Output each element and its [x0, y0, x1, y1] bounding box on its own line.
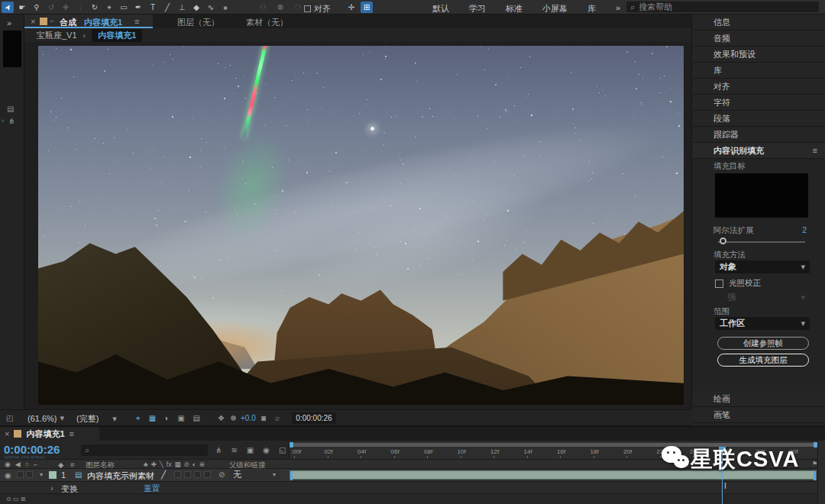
- resolution-dropdown[interactable]: (完整)▾: [76, 413, 117, 425]
- panel-header-段落[interactable]: 段落: [692, 111, 825, 127]
- alpha-expansion-value[interactable]: 2: [802, 225, 807, 234]
- selection-tool[interactable]: ➤: [2, 2, 14, 13]
- frame-blend-icon[interactable]: ▣: [247, 446, 254, 454]
- eye-icon[interactable]: ◉: [5, 471, 11, 480]
- region-of-interest-icon[interactable]: ▣: [177, 414, 184, 423]
- transform-label[interactable]: 变换: [61, 483, 78, 495]
- rotation-tool[interactable]: ↻: [89, 2, 101, 13]
- viewer-timecode[interactable]: 0:00:00:26: [292, 412, 336, 424]
- workspace-item-标准[interactable]: 标准: [506, 3, 522, 15]
- timeline-tab[interactable]: × 内容填充1 ≡: [0, 427, 99, 441]
- lighting-checkbox[interactable]: [715, 279, 723, 288]
- lock-icon[interactable]: ⌐: [34, 460, 37, 468]
- expand-chevron-icon[interactable]: ▾: [40, 471, 43, 478]
- range-dropdown[interactable]: 工作区 ▾: [715, 317, 810, 330]
- close-icon[interactable]: ×: [5, 429, 9, 438]
- expand-panel-button[interactable]: »: [7, 18, 11, 27]
- panel-content-aware-fill[interactable]: 内容识别填充: [692, 143, 825, 159]
- panel-header-库[interactable]: 库: [692, 63, 825, 79]
- index-column[interactable]: #: [70, 460, 74, 469]
- layer-name[interactable]: 内容填充示例素材: [87, 470, 154, 482]
- out-point-handle[interactable]: [814, 471, 816, 480]
- comp-viewer[interactable]: [24, 42, 691, 409]
- parent-pickwhip-icon[interactable]: ⊘: [218, 470, 225, 479]
- workspace-item-默认[interactable]: 默认: [432, 3, 449, 15]
- breadcrumb-parent[interactable]: 宝瓶座_V1: [37, 30, 77, 41]
- workspace-overflow-button[interactable]: »: [616, 3, 620, 12]
- breadcrumb-current[interactable]: 内容填充1: [92, 29, 142, 42]
- work-area-start-handle[interactable]: [290, 442, 293, 447]
- tab-footage[interactable]: 素材（无）: [246, 17, 288, 28]
- snap-option[interactable]: 对齐: [304, 3, 331, 15]
- timeline-search-input[interactable]: ⌕: [81, 444, 208, 456]
- puppet-pin-tool[interactable]: ⚹: [219, 2, 231, 13]
- in-point-handle[interactable]: [290, 471, 293, 480]
- label-column-icon[interactable]: ◆: [58, 460, 63, 469]
- roto-brush-tool[interactable]: ∿: [205, 2, 217, 13]
- expand-buttons[interactable]: ⊙ ▭ ⊞: [6, 496, 25, 502]
- solo-toggle[interactable]: [26, 471, 33, 478]
- panel-menu-icon[interactable]: ≡: [70, 429, 74, 438]
- grid-guides-icon[interactable]: ⌖: [136, 414, 141, 423]
- current-timecode[interactable]: 0:00:00:26: [4, 443, 60, 456]
- snapshot-camera-icon[interactable]: ◙: [261, 414, 266, 422]
- shy-icon[interactable]: ♣: [145, 470, 150, 478]
- solo-icon[interactable]: ○: [25, 460, 29, 468]
- alpha-slider-track[interactable]: [718, 241, 805, 243]
- transparency-grid-icon[interactable]: ▦: [149, 414, 156, 423]
- panel-header-音频[interactable]: 音频: [692, 31, 825, 47]
- switch-column-icon-3[interactable]: fx: [167, 460, 172, 468]
- show-snapshot-icon[interactable]: ⌀: [275, 414, 280, 422]
- shy-layers-icon[interactable]: ≋: [231, 446, 237, 454]
- panel-header-效果和预设[interactable]: 效果和预设: [692, 47, 825, 63]
- alpha-slider-thumb[interactable]: [720, 237, 726, 244]
- layer-label-swatch[interactable]: [49, 471, 57, 479]
- transform-row[interactable]: › 变换 重置: [0, 482, 289, 494]
- mask-shape-tool[interactable]: ▭: [118, 2, 130, 13]
- help-search-input[interactable]: ⌕ 搜索帮助: [626, 2, 819, 12]
- panel-header-对齐[interactable]: 对齐: [692, 79, 825, 95]
- switch-column-icon-1[interactable]: ✚: [151, 460, 157, 468]
- chevron-icon[interactable]: ›: [2, 117, 4, 124]
- share-icon[interactable]: ⚆: [292, 2, 304, 13]
- workspace-item-学习[interactable]: 学习: [469, 3, 486, 15]
- audio-icon[interactable]: ◀: [15, 460, 21, 468]
- tab-layer[interactable]: 图层（无）: [177, 17, 219, 28]
- motion-blur-icon[interactable]: ◉: [263, 446, 270, 454]
- generate-fill-layer-button[interactable]: 生成填充图层: [717, 354, 809, 367]
- quality-icon[interactable]: ╱: [161, 470, 166, 479]
- parent-dropdown[interactable]: 无 ▾: [229, 470, 280, 480]
- switch-column-icon-2[interactable]: ╲: [160, 460, 163, 468]
- snap-checkbox[interactable]: [304, 5, 311, 12]
- create-reference-frame-button[interactable]: 创建参照帧: [717, 337, 809, 350]
- axis-mode-icon[interactable]: ✢: [345, 2, 358, 13]
- graph-editor-icon[interactable]: ◱: [279, 446, 286, 454]
- layer-row[interactable]: ◉ ▾ 1 ▤ 内容填充示例素材 ♣ ╱ ⊘ 无 ▾: [0, 469, 289, 482]
- channel-icon[interactable]: ❖: [218, 414, 225, 422]
- switch-column-icon-4[interactable]: ▦: [174, 460, 180, 468]
- camera-pan-tool[interactable]: ✚: [60, 2, 72, 13]
- panel-header-绘画[interactable]: 绘画: [692, 391, 825, 407]
- panel-menu-icon[interactable]: ≡: [813, 143, 817, 159]
- ruler-icon[interactable]: ▤: [193, 414, 200, 423]
- panel-header-跟踪器[interactable]: 跟踪器: [692, 127, 825, 143]
- gear-icon[interactable]: ☸: [230, 414, 237, 422]
- camera-dolly-tool[interactable]: ↓: [74, 2, 86, 13]
- panel-header-信息[interactable]: 信息: [692, 15, 825, 31]
- lighting-correction-option[interactable]: 光照校正: [715, 278, 761, 289]
- hand-tool[interactable]: ☛: [16, 2, 28, 13]
- workspace-item-小屏幕[interactable]: 小屏幕: [542, 3, 568, 15]
- zoom-tool[interactable]: ⚲: [31, 2, 43, 13]
- panel-header-画笔[interactable]: 画笔: [692, 407, 825, 423]
- switch-column-icon-7[interactable]: ⊕: [199, 460, 205, 468]
- pan-behind-tool[interactable]: ⌖: [103, 2, 115, 13]
- switch-column-icon-5[interactable]: ⊘: [183, 460, 189, 468]
- close-icon[interactable]: ×: [31, 17, 35, 26]
- people-icon[interactable]: ⚉: [274, 2, 286, 13]
- type-tool[interactable]: T: [147, 2, 159, 13]
- panel-header-字符[interactable]: 字符: [692, 95, 825, 111]
- lock-icon[interactable]: ⌐: [50, 17, 54, 24]
- pen-tool[interactable]: ✒: [132, 2, 144, 13]
- comp-marker-button[interactable]: ⚑: [812, 460, 817, 467]
- magnification-dropdown[interactable]: (61.6%)▾: [28, 413, 64, 423]
